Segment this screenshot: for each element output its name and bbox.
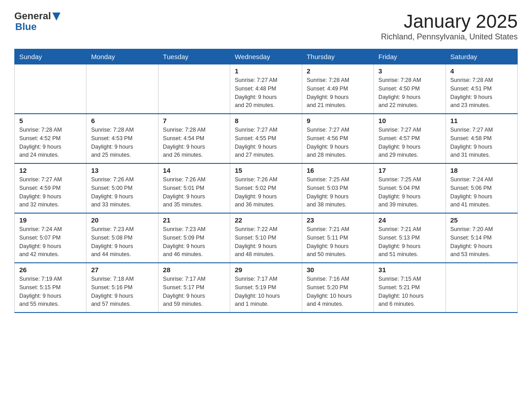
day-number: 9 bbox=[307, 117, 369, 124]
day-info: Sunrise: 7:27 AMSunset: 4:58 PMDaylight:… bbox=[450, 126, 513, 159]
calendar-cell: 16Sunrise: 7:25 AMSunset: 5:03 PMDayligh… bbox=[302, 163, 373, 213]
day-info: Sunrise: 7:26 AMSunset: 5:02 PMDaylight:… bbox=[235, 176, 297, 209]
day-info: Sunrise: 7:26 AMSunset: 5:01 PMDaylight:… bbox=[163, 176, 225, 209]
day-info: Sunrise: 7:24 AMSunset: 5:06 PMDaylight:… bbox=[450, 176, 513, 209]
calendar-cell: 30Sunrise: 7:16 AMSunset: 5:20 PMDayligh… bbox=[302, 263, 373, 313]
calendar-cell: 15Sunrise: 7:26 AMSunset: 5:02 PMDayligh… bbox=[230, 163, 302, 213]
calendar-cell: 19Sunrise: 7:24 AMSunset: 5:07 PMDayligh… bbox=[15, 213, 86, 263]
calendar-cell: 7Sunrise: 7:28 AMSunset: 4:54 PMDaylight… bbox=[158, 114, 230, 163]
day-info: Sunrise: 7:28 AMSunset: 4:54 PMDaylight:… bbox=[163, 126, 225, 159]
day-info: Sunrise: 7:26 AMSunset: 5:00 PMDaylight:… bbox=[91, 176, 153, 209]
calendar-title: January 2025 bbox=[381, 11, 518, 32]
calendar-cell: 18Sunrise: 7:24 AMSunset: 5:06 PMDayligh… bbox=[446, 163, 517, 213]
calendar-cell: 9Sunrise: 7:27 AMSunset: 4:56 PMDaylight… bbox=[302, 114, 373, 163]
weekday-header-sunday: Sunday bbox=[15, 49, 86, 64]
day-number: 1 bbox=[235, 67, 297, 75]
calendar-week-row: 12Sunrise: 7:27 AMSunset: 4:59 PMDayligh… bbox=[15, 163, 518, 213]
day-info: Sunrise: 7:27 AMSunset: 4:48 PMDaylight:… bbox=[235, 76, 297, 110]
calendar-cell: 20Sunrise: 7:23 AMSunset: 5:08 PMDayligh… bbox=[86, 213, 158, 263]
day-info: Sunrise: 7:21 AMSunset: 5:11 PMDaylight:… bbox=[307, 225, 369, 259]
day-info: Sunrise: 7:25 AMSunset: 5:03 PMDaylight:… bbox=[307, 176, 369, 209]
day-info: Sunrise: 7:28 AMSunset: 4:51 PMDaylight:… bbox=[450, 76, 513, 110]
calendar-cell bbox=[446, 263, 517, 313]
calendar-cell: 2Sunrise: 7:28 AMSunset: 4:49 PMDaylight… bbox=[302, 64, 373, 114]
logo: General Blue bbox=[14, 11, 60, 32]
day-info: Sunrise: 7:22 AMSunset: 5:10 PMDaylight:… bbox=[235, 225, 297, 259]
day-info: Sunrise: 7:28 AMSunset: 4:49 PMDaylight:… bbox=[307, 76, 369, 110]
calendar-week-row: 19Sunrise: 7:24 AMSunset: 5:07 PMDayligh… bbox=[15, 213, 518, 263]
day-info: Sunrise: 7:28 AMSunset: 4:53 PMDaylight:… bbox=[91, 126, 153, 159]
day-number: 24 bbox=[378, 216, 441, 224]
day-info: Sunrise: 7:20 AMSunset: 5:14 PMDaylight:… bbox=[450, 225, 513, 259]
calendar-cell: 10Sunrise: 7:27 AMSunset: 4:57 PMDayligh… bbox=[374, 114, 446, 163]
calendar-cell: 13Sunrise: 7:26 AMSunset: 5:00 PMDayligh… bbox=[86, 163, 158, 213]
day-info: Sunrise: 7:28 AMSunset: 4:52 PMDaylight:… bbox=[19, 126, 82, 159]
calendar-cell: 8Sunrise: 7:27 AMSunset: 4:55 PMDaylight… bbox=[230, 114, 302, 163]
calendar-cell: 14Sunrise: 7:26 AMSunset: 5:01 PMDayligh… bbox=[158, 163, 230, 213]
calendar-cell bbox=[15, 64, 86, 114]
calendar-cell: 22Sunrise: 7:22 AMSunset: 5:10 PMDayligh… bbox=[230, 213, 302, 263]
day-info: Sunrise: 7:16 AMSunset: 5:20 PMDaylight:… bbox=[307, 275, 369, 308]
weekday-header-tuesday: Tuesday bbox=[158, 49, 230, 64]
day-info: Sunrise: 7:28 AMSunset: 4:50 PMDaylight:… bbox=[378, 76, 441, 110]
calendar-subtitle: Richland, Pennsylvania, United States bbox=[381, 32, 518, 42]
calendar-table: SundayMondayTuesdayWednesdayThursdayFrid… bbox=[14, 49, 518, 313]
day-number: 11 bbox=[450, 117, 513, 124]
calendar-cell: 31Sunrise: 7:15 AMSunset: 5:21 PMDayligh… bbox=[374, 263, 446, 313]
calendar-cell: 21Sunrise: 7:23 AMSunset: 5:09 PMDayligh… bbox=[158, 213, 230, 263]
calendar-cell: 17Sunrise: 7:25 AMSunset: 5:04 PMDayligh… bbox=[374, 163, 446, 213]
logo-blue: Blue bbox=[15, 21, 37, 32]
day-number: 17 bbox=[378, 167, 441, 174]
day-number: 20 bbox=[91, 216, 153, 224]
day-number: 30 bbox=[307, 266, 369, 274]
day-info: Sunrise: 7:15 AMSunset: 5:21 PMDaylight:… bbox=[378, 275, 441, 308]
day-number: 28 bbox=[163, 266, 225, 274]
calendar-cell: 3Sunrise: 7:28 AMSunset: 4:50 PMDaylight… bbox=[374, 64, 446, 114]
calendar-week-row: 26Sunrise: 7:19 AMSunset: 5:15 PMDayligh… bbox=[15, 263, 518, 313]
day-info: Sunrise: 7:21 AMSunset: 5:13 PMDaylight:… bbox=[378, 225, 441, 259]
calendar-cell: 29Sunrise: 7:17 AMSunset: 5:19 PMDayligh… bbox=[230, 263, 302, 313]
day-number: 16 bbox=[307, 167, 369, 174]
day-info: Sunrise: 7:23 AMSunset: 5:09 PMDaylight:… bbox=[163, 225, 225, 259]
day-number: 29 bbox=[235, 266, 297, 274]
calendar-cell: 27Sunrise: 7:18 AMSunset: 5:16 PMDayligh… bbox=[86, 263, 158, 313]
calendar-cell bbox=[158, 64, 230, 114]
weekday-header-monday: Monday bbox=[86, 49, 158, 64]
day-number: 23 bbox=[307, 216, 369, 224]
weekday-header-saturday: Saturday bbox=[446, 49, 517, 64]
day-info: Sunrise: 7:27 AMSunset: 4:55 PMDaylight:… bbox=[235, 126, 297, 159]
calendar-cell: 26Sunrise: 7:19 AMSunset: 5:15 PMDayligh… bbox=[15, 263, 86, 313]
day-info: Sunrise: 7:27 AMSunset: 4:57 PMDaylight:… bbox=[378, 126, 441, 159]
calendar-cell: 23Sunrise: 7:21 AMSunset: 5:11 PMDayligh… bbox=[302, 213, 373, 263]
day-number: 21 bbox=[163, 216, 225, 224]
calendar-cell: 28Sunrise: 7:17 AMSunset: 5:17 PMDayligh… bbox=[158, 263, 230, 313]
day-number: 4 bbox=[450, 67, 513, 75]
day-info: Sunrise: 7:24 AMSunset: 5:07 PMDaylight:… bbox=[19, 225, 82, 259]
day-number: 14 bbox=[163, 167, 225, 174]
day-number: 22 bbox=[235, 216, 297, 224]
weekday-header-thursday: Thursday bbox=[302, 49, 373, 64]
day-number: 10 bbox=[378, 117, 441, 124]
day-number: 27 bbox=[91, 266, 153, 274]
day-number: 12 bbox=[19, 167, 82, 174]
day-info: Sunrise: 7:17 AMSunset: 5:19 PMDaylight:… bbox=[235, 275, 297, 308]
day-number: 15 bbox=[235, 167, 297, 174]
calendar-cell: 24Sunrise: 7:21 AMSunset: 5:13 PMDayligh… bbox=[374, 213, 446, 263]
calendar-cell: 6Sunrise: 7:28 AMSunset: 4:53 PMDaylight… bbox=[86, 114, 158, 163]
calendar-cell: 11Sunrise: 7:27 AMSunset: 4:58 PMDayligh… bbox=[446, 114, 517, 163]
calendar-week-row: 1Sunrise: 7:27 AMSunset: 4:48 PMDaylight… bbox=[15, 64, 518, 114]
logo-general: General bbox=[14, 11, 51, 21]
day-info: Sunrise: 7:23 AMSunset: 5:08 PMDaylight:… bbox=[91, 225, 153, 259]
svg-marker-0 bbox=[52, 13, 60, 21]
page-header: General Blue January 2025 Richland, Penn… bbox=[14, 11, 518, 42]
day-info: Sunrise: 7:18 AMSunset: 5:16 PMDaylight:… bbox=[91, 275, 153, 308]
day-number: 31 bbox=[378, 266, 441, 274]
day-number: 5 bbox=[19, 117, 82, 124]
day-info: Sunrise: 7:19 AMSunset: 5:15 PMDaylight:… bbox=[19, 275, 82, 308]
day-number: 7 bbox=[163, 117, 225, 124]
day-number: 18 bbox=[450, 167, 513, 174]
logo-triangle-icon bbox=[52, 13, 60, 21]
day-info: Sunrise: 7:17 AMSunset: 5:17 PMDaylight:… bbox=[163, 275, 225, 308]
day-number: 19 bbox=[19, 216, 82, 224]
calendar-cell: 1Sunrise: 7:27 AMSunset: 4:48 PMDaylight… bbox=[230, 64, 302, 114]
